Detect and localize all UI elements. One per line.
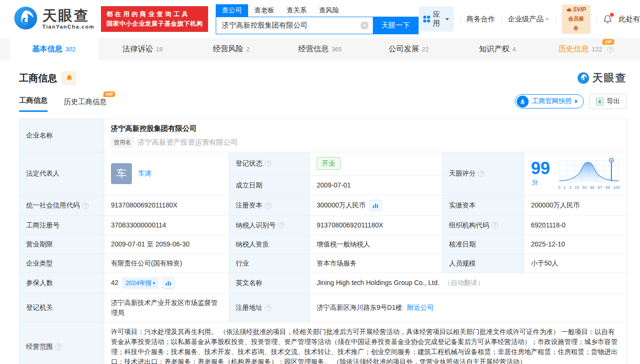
- reg-capital-cell: 300000万人民币: [310, 195, 442, 216]
- taxpayer-id-cell: 91370800692011180X: [310, 216, 442, 235]
- user-account-menu[interactable]: 此处有...: [619, 15, 640, 24]
- subtab-history-business-info[interactable]: 历史工商信息 VIP: [64, 98, 107, 112]
- help-icon[interactable]: ?: [265, 202, 271, 209]
- tab-legal-proceedings[interactable]: 法律诉讼 18: [98, 38, 187, 60]
- tab-basic-info[interactable]: 基本信息 302: [10, 38, 98, 60]
- tab-operation-risk[interactable]: 经营风险 2: [187, 38, 276, 60]
- help-icon[interactable]: ?: [478, 170, 485, 177]
- table-row: 经营范围? 许可项目：污水处理及其再生利用。 （依法须经批准的项目，经相关部门批…: [20, 322, 627, 364]
- search-tab-company[interactable]: 查公司: [216, 4, 248, 17]
- help-icon[interactable]: ?: [55, 344, 62, 350]
- tianyancha-logo[interactable]: 天眼查 TianYanCha.com: [13, 6, 94, 32]
- help-icon[interactable]: ?: [82, 202, 89, 209]
- field-label: 统一社会信用代码?: [20, 195, 104, 216]
- vip-badge: VIP: [602, 39, 614, 45]
- section-title: 工商信息: [19, 72, 57, 85]
- company-name-cell: 济宁高新控股集团有限公司 曾用名 济宁高新资产投资运营有限公司: [104, 119, 627, 152]
- tab-history-info[interactable]: VIP 历史信息 122 ?: [542, 38, 630, 60]
- search-tab-boss[interactable]: 查老板: [248, 4, 280, 17]
- field-label: 实缴资本: [442, 195, 524, 216]
- divider: [460, 16, 460, 23]
- search-input[interactable]: [216, 17, 373, 34]
- svip-member-button[interactable]: SVIP 会员服务: [562, 5, 590, 34]
- notification-red-dot: [610, 13, 614, 17]
- help-icon[interactable]: ?: [491, 222, 498, 228]
- tab-operation-info[interactable]: 经营信息 365: [276, 38, 364, 60]
- nav-enterprise-products[interactable]: 企业级产品: [508, 15, 549, 24]
- subscribe-bell-icon[interactable]: [62, 71, 76, 85]
- table-row: 企业名称 济宁高新控股集团有限公司 曾用名 济宁高新资产投资运营有限公司: [20, 119, 627, 152]
- table-row: 统一社会信用代码? 91370800692011180X 注册资本? 30000…: [20, 195, 627, 216]
- approval-date-cell: 2025-12-10: [524, 235, 627, 254]
- tab-company-development[interactable]: 公司发展 22: [364, 38, 453, 60]
- help-icon[interactable]: ?: [265, 160, 271, 167]
- reg-address: 济宁高新区海川路东9号D1楼: [317, 303, 402, 313]
- help-icon[interactable]: ?: [265, 305, 271, 311]
- business-scope-cell: 许可项目：污水处理及其再生利用。 （依法须经批准的项目，经相关部门批准后方可开展…: [104, 322, 627, 364]
- subtab-business-info[interactable]: 工商信息: [19, 96, 48, 112]
- reg-number-cell: 370833000000114: [104, 216, 229, 235]
- top-nav: 应用 商务合作 企业级产品 SVIP 会员服务 此处有...: [419, 5, 640, 34]
- slogan-line1: 都在用的商业查询工具: [106, 10, 203, 19]
- score-axis-labels: 01 315 5085 9799 100: [558, 185, 620, 191]
- field-label: 人员规模: [442, 254, 524, 273]
- field-label: 营业期限: [20, 235, 104, 254]
- reg-status-cell: 开业: [310, 152, 442, 176]
- org-code-cell: 69201118-0: [524, 216, 627, 235]
- table-row: 企业类型 有限责任公司(国有独资) 行业 资本市场服务 人员规模 小于50人: [20, 254, 627, 273]
- field-label: 天眼评分?: [442, 152, 524, 196]
- search-tab-relation[interactable]: 查关系: [280, 4, 313, 17]
- table-row: 营业期限 2009-07-01 至 2059-06-30 纳税人资质 增值税一般…: [20, 235, 627, 254]
- chevron-down-icon: [545, 18, 549, 20]
- insured-chart-icon[interactable]: [162, 277, 175, 289]
- field-label: 注册资本?: [229, 195, 310, 216]
- nav-business-cooperation[interactable]: 商务合作: [467, 15, 495, 24]
- english-name: Jining High tech Holdings Group Co., Ltd…: [317, 279, 440, 286]
- score-cell: 99分: [524, 152, 627, 196]
- help-icon[interactable]: ?: [607, 46, 614, 53]
- legal-rep-avatar[interactable]: 车: [111, 163, 132, 184]
- field-label: 英文名称: [229, 273, 310, 293]
- search-button[interactable]: 天眼一下: [373, 17, 419, 34]
- notifications-bell-icon[interactable]: [603, 14, 612, 24]
- staff-size-cell: 小于50人: [524, 254, 627, 273]
- paid-capital-cell: 200000万人民币: [524, 195, 627, 216]
- company-type-cell: 有限责任公司(国有独资): [104, 254, 229, 273]
- field-label: 纳税人识别号?: [229, 216, 310, 235]
- field-label: 工商注册号: [20, 216, 104, 235]
- field-label: 成立日期: [229, 175, 310, 195]
- official-snapshot-button[interactable]: 工商官网快照: [515, 94, 584, 108]
- business-info-section: 工商信息 天眼查 工商信息 历史工商信息 VIP 工商官网快照: [0, 71, 640, 364]
- business-info-table: 企业名称 济宁高新控股集团有限公司 曾用名 济宁高新资产投资运营有限公司 法定代…: [19, 118, 627, 364]
- excel-icon: [596, 98, 603, 106]
- divider: [501, 16, 502, 23]
- field-label: 参保人数: [20, 273, 104, 293]
- tianyancha-watermark-icon: [577, 72, 590, 84]
- tianyancha-logo-icon: [13, 6, 38, 32]
- tab-intellectual-property[interactable]: 知识产权 4: [453, 38, 541, 60]
- search-tab-risk[interactable]: 查风险: [313, 4, 345, 17]
- taxpayer-quality-cell: 增值税一般纳税人: [310, 235, 442, 254]
- divider: [597, 16, 597, 23]
- company-tab-bar: 基本信息 302 法律诉讼 18 经营风险 2 经营信息 365 公司发展 22…: [0, 38, 640, 60]
- export-button[interactable]: 导出: [590, 94, 627, 109]
- nearby-companies-link[interactable]: 附近公司: [407, 303, 434, 313]
- clear-search-icon[interactable]: ✕: [360, 21, 369, 30]
- legal-rep-link[interactable]: 车涛: [138, 168, 151, 178]
- capital-chart-icon[interactable]: [370, 200, 382, 211]
- field-label: 法定代表人: [20, 152, 104, 196]
- field-label: 组织机构代码?: [442, 216, 524, 235]
- help-icon[interactable]: ?: [278, 222, 285, 228]
- annual-report-tag[interactable]: 2024年报: [122, 277, 159, 289]
- apps-label: 应用: [433, 10, 440, 28]
- english-name-cell: Jining High tech Holdings Group Co., Ltd…: [310, 273, 627, 293]
- legal-rep-cell: 车 车涛: [104, 152, 229, 196]
- subtab-row: 工商信息 历史工商信息 VIP 工商官网快照 导出: [19, 94, 627, 112]
- table-row: 登记机关 济宁高新技术产业开发区市场监督管理局 注册地址? 济宁高新区海川路东9…: [20, 293, 627, 322]
- credit-code-cell: 91370800692011180X: [104, 195, 229, 216]
- apps-menu[interactable]: 应用: [419, 7, 454, 31]
- field-label: 企业名称: [20, 119, 104, 152]
- insured-count-cell: 42 2024年报: [104, 273, 229, 293]
- company-name: 济宁高新控股集团有限公司: [111, 123, 620, 134]
- former-name-tag: 曾用名: [111, 137, 134, 148]
